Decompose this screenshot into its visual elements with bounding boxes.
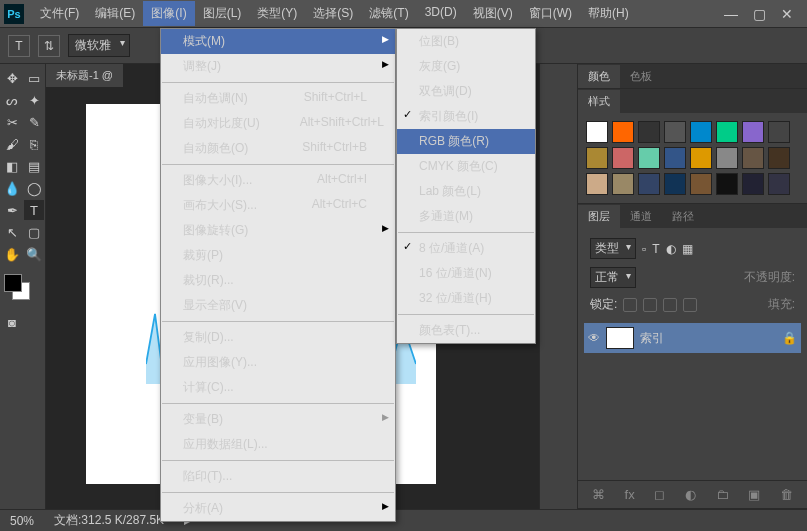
- pen-tool[interactable]: ✒: [2, 200, 22, 220]
- tab-styles[interactable]: 样式: [578, 90, 620, 113]
- style-swatch[interactable]: [716, 147, 738, 169]
- stamp-tool[interactable]: ⎘: [24, 134, 44, 154]
- style-swatch[interactable]: [638, 147, 660, 169]
- tab-swatches[interactable]: 色板: [620, 65, 662, 88]
- style-swatch[interactable]: [716, 173, 738, 195]
- menu-item[interactable]: 帮助(H): [580, 1, 637, 26]
- menu-item[interactable]: 窗口(W): [521, 1, 580, 26]
- menu-entry[interactable]: Lab 颜色(L): [397, 179, 535, 204]
- layer-name[interactable]: 索引: [640, 330, 664, 347]
- layer-mask-icon[interactable]: ◻: [654, 487, 665, 502]
- tab-layers[interactable]: 图层: [578, 205, 620, 228]
- menu-item[interactable]: 编辑(E): [87, 1, 143, 26]
- brush-tool[interactable]: 🖌: [2, 134, 22, 154]
- hand-tool[interactable]: ✋: [2, 244, 22, 264]
- style-swatch[interactable]: [690, 121, 712, 143]
- move-tool[interactable]: ✥: [2, 68, 22, 88]
- link-layers-icon[interactable]: ⌘: [592, 487, 605, 502]
- menu-entry[interactable]: 模式(M): [161, 29, 395, 54]
- marquee-tool[interactable]: ▭: [24, 68, 44, 88]
- zoom-tool[interactable]: 🔍: [24, 244, 44, 264]
- tab-paths[interactable]: 路径: [662, 205, 704, 228]
- style-swatch[interactable]: [690, 173, 712, 195]
- shape-tool[interactable]: ▢: [24, 222, 44, 242]
- menu-entry[interactable]: 调整(J): [161, 54, 395, 79]
- menu-item[interactable]: 文件(F): [32, 1, 87, 26]
- menu-entry[interactable]: 计算(C)...: [161, 375, 395, 400]
- filter-icon[interactable]: ▦: [682, 242, 693, 256]
- blend-mode-dropdown[interactable]: 正常: [590, 267, 636, 288]
- filter-icon[interactable]: ▫: [642, 242, 646, 256]
- menu-entry[interactable]: 图像旋转(G): [161, 218, 395, 243]
- filter-icon[interactable]: T: [652, 242, 659, 256]
- style-swatch[interactable]: [586, 147, 608, 169]
- foreground-color-swatch[interactable]: [4, 274, 22, 292]
- magic-wand-tool[interactable]: ✦: [24, 90, 44, 110]
- menu-item[interactable]: 图层(L): [195, 1, 250, 26]
- layer-style-icon[interactable]: fx: [625, 487, 635, 502]
- style-swatch[interactable]: [612, 147, 634, 169]
- menu-entry[interactable]: 自动颜色(O)Shift+Ctrl+B: [161, 136, 395, 161]
- tab-color[interactable]: 颜色: [578, 65, 620, 88]
- group-icon[interactable]: 🗀: [716, 487, 729, 502]
- menu-item[interactable]: 选择(S): [305, 1, 361, 26]
- color-swatches[interactable]: [2, 274, 44, 304]
- new-layer-icon[interactable]: ▣: [748, 487, 760, 502]
- style-swatch[interactable]: [664, 147, 686, 169]
- menu-entry[interactable]: 索引颜色(I): [397, 104, 535, 129]
- gradient-tool[interactable]: ▤: [24, 156, 44, 176]
- type-tool[interactable]: T: [24, 200, 44, 220]
- filter-icon[interactable]: ◐: [666, 242, 676, 256]
- style-swatch[interactable]: [664, 173, 686, 195]
- menu-entry[interactable]: 自动色调(N)Shift+Ctrl+L: [161, 86, 395, 111]
- collapsed-dock[interactable]: [539, 64, 577, 509]
- lock-pixels-icon[interactable]: [643, 298, 657, 312]
- menu-entry[interactable]: 8 位/通道(A): [397, 236, 535, 261]
- style-swatch[interactable]: [612, 121, 634, 143]
- eraser-tool[interactable]: ◧: [2, 156, 22, 176]
- maximize-button[interactable]: ▢: [751, 6, 767, 22]
- menu-item[interactable]: 类型(Y): [249, 1, 305, 26]
- tool-preset-icon[interactable]: T: [8, 35, 30, 57]
- menu-entry[interactable]: 灰度(G): [397, 54, 535, 79]
- style-swatch[interactable]: [742, 121, 764, 143]
- zoom-level[interactable]: 50%: [10, 514, 34, 528]
- menu-entry[interactable]: 分析(A): [161, 496, 395, 521]
- document-tab[interactable]: 未标题-1 @: [46, 64, 123, 87]
- style-swatch[interactable]: [638, 173, 660, 195]
- adjustment-layer-icon[interactable]: ◐: [685, 487, 696, 502]
- style-swatch[interactable]: [768, 173, 790, 195]
- menu-entry[interactable]: 多通道(M): [397, 204, 535, 229]
- style-swatch[interactable]: [664, 121, 686, 143]
- style-swatch[interactable]: [768, 147, 790, 169]
- layer-row[interactable]: 👁 索引 🔒: [584, 323, 801, 353]
- blur-tool[interactable]: 💧: [2, 178, 22, 198]
- quickmask-tool[interactable]: ◙: [2, 312, 22, 332]
- menu-entry[interactable]: 颜色表(T)...: [397, 318, 535, 343]
- dodge-tool[interactable]: ◯: [24, 178, 44, 198]
- close-button[interactable]: ✕: [779, 6, 795, 22]
- minimize-button[interactable]: —: [723, 6, 739, 22]
- menu-entry[interactable]: 自动对比度(U)Alt+Shift+Ctrl+L: [161, 111, 395, 136]
- style-swatch[interactable]: [716, 121, 738, 143]
- menu-item[interactable]: 滤镜(T): [361, 1, 416, 26]
- style-swatch[interactable]: [586, 121, 608, 143]
- menu-entry[interactable]: 画布大小(S)...Alt+Ctrl+C: [161, 193, 395, 218]
- font-family-dropdown[interactable]: 微软雅: [68, 34, 130, 57]
- layer-thumbnail[interactable]: [606, 327, 634, 349]
- menu-entry[interactable]: 图像大小(I)...Alt+Ctrl+I: [161, 168, 395, 193]
- doc-size[interactable]: 文档:312.5 K/287.5K: [54, 512, 164, 529]
- menu-entry[interactable]: 应用图像(Y)...: [161, 350, 395, 375]
- menu-item[interactable]: 3D(D): [417, 1, 465, 26]
- visibility-icon[interactable]: 👁: [588, 331, 600, 345]
- menu-entry[interactable]: 裁剪(P): [161, 243, 395, 268]
- path-tool[interactable]: ↖: [2, 222, 22, 242]
- lock-all-icon[interactable]: [683, 298, 697, 312]
- menu-entry[interactable]: RGB 颜色(R): [397, 129, 535, 154]
- menu-item[interactable]: 图像(I): [143, 1, 194, 26]
- lock-transparency-icon[interactable]: [623, 298, 637, 312]
- style-swatch[interactable]: [638, 121, 660, 143]
- menu-entry[interactable]: CMYK 颜色(C): [397, 154, 535, 179]
- delete-layer-icon[interactable]: 🗑: [780, 487, 793, 502]
- style-swatch[interactable]: [612, 173, 634, 195]
